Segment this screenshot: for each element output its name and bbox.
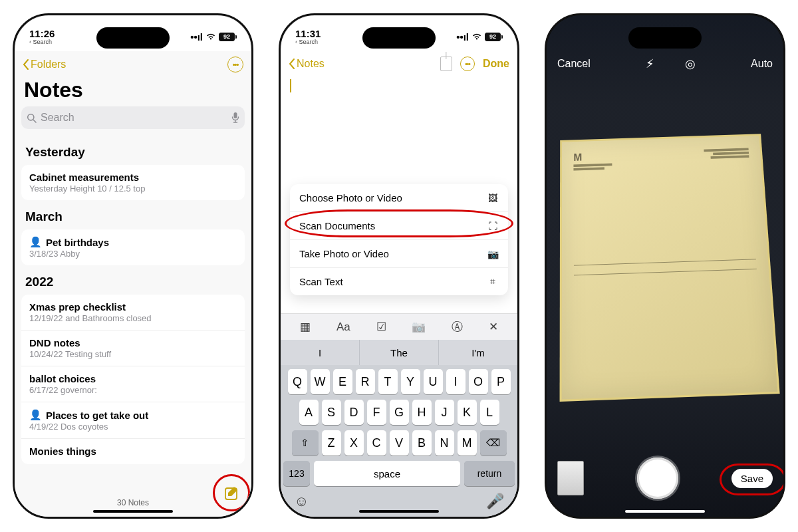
key-n[interactable]: N	[435, 430, 454, 456]
checklist-icon[interactable]: ☑︎	[376, 320, 386, 334]
key-h[interactable]: H	[412, 400, 432, 425]
key-l[interactable]: L	[480, 400, 499, 425]
wifi-icon	[471, 33, 482, 41]
cancel-button[interactable]: Cancel	[557, 58, 591, 70]
filter-icon[interactable]: ◎	[685, 57, 696, 71]
mic-icon[interactable]	[231, 112, 239, 124]
key-i[interactable]: I	[446, 369, 466, 394]
dynamic-island	[96, 27, 170, 49]
suggestion[interactable]: I	[281, 340, 360, 365]
wifi-icon	[205, 33, 216, 41]
key-a[interactable]: A	[299, 400, 319, 425]
note-row[interactable]: ballot choices 6/17/22 governor:	[21, 366, 245, 402]
key-e[interactable]: E	[333, 369, 352, 394]
section-header: Yesterday	[21, 136, 245, 165]
menu-scan-documents[interactable]: Scan Documents ⛶	[290, 212, 508, 240]
key-p[interactable]: P	[491, 369, 511, 394]
notes-count: 30 Notes	[15, 498, 251, 507]
back-label: Folders	[31, 59, 66, 70]
menu-scan-text[interactable]: Scan Text ⌗	[290, 268, 508, 295]
key-u[interactable]: U	[424, 369, 443, 394]
text-scan-icon: ⌗	[487, 277, 499, 287]
key-z[interactable]: Z	[322, 430, 341, 456]
key-b[interactable]: B	[412, 430, 432, 456]
key-d[interactable]: D	[344, 400, 364, 425]
key-⌫[interactable]: ⌫	[480, 430, 507, 456]
home-indicator[interactable]	[93, 510, 173, 513]
note-row[interactable]: DND notes 10/24/22 Testing stuff	[21, 331, 245, 366]
key-c[interactable]: C	[367, 430, 386, 456]
key-m[interactable]: M	[458, 430, 477, 456]
status-time: 11:26	[29, 29, 55, 39]
key-space[interactable]: space	[314, 461, 460, 486]
key-r[interactable]: R	[356, 369, 375, 394]
menu-choose-photo[interactable]: Choose Photo or Video 🖼	[290, 184, 508, 212]
scan-thumbnail[interactable]	[557, 461, 584, 495]
phone-notes-list: 11:26 ‹ Search ••ıl 92 Folders ••• Notes…	[13, 13, 253, 519]
back-button[interactable]: Folders	[23, 59, 66, 70]
keyboard-area: ▦ Aa ☑︎ 📷 Ⓐ ✕ I The I'm QWERTYUIOP ASDFG…	[281, 313, 517, 517]
signal-icon: ••ıl	[190, 31, 203, 43]
battery-icon: 92	[219, 33, 237, 41]
note-row[interactable]: Cabinet measurements Yesterday Height 10…	[21, 165, 245, 200]
table-icon[interactable]: ▦	[300, 320, 311, 334]
detected-document: M	[560, 134, 780, 402]
key-t[interactable]: T	[378, 369, 398, 394]
document-scan-icon: ⛶	[487, 221, 499, 231]
auto-button[interactable]: Auto	[751, 58, 773, 70]
key-⇧[interactable]: ⇧	[292, 430, 319, 456]
key-v[interactable]: V	[390, 430, 409, 456]
home-indicator[interactable]	[625, 510, 705, 513]
document-logo: M	[573, 151, 612, 163]
key-g[interactable]: G	[390, 400, 409, 425]
more-button[interactable]: •••	[227, 57, 243, 72]
note-row[interactable]: 👤Places to get take out 4/19/22 Dos coyo…	[21, 402, 245, 439]
emoji-button[interactable]: ☺	[294, 493, 309, 510]
key-return[interactable]: return	[464, 461, 515, 486]
menu-take-photo[interactable]: Take Photo or Video 📷	[290, 240, 508, 268]
notes-list[interactable]: Yesterday Cabinet measurements Yesterday…	[15, 136, 251, 517]
text-format-button[interactable]: Aa	[336, 321, 350, 334]
key-q[interactable]: Q	[288, 369, 307, 394]
signal-icon: ••ıl	[456, 31, 469, 43]
key-f[interactable]: F	[367, 400, 386, 425]
camera-button[interactable]: 📷	[412, 320, 426, 334]
text-cursor	[290, 79, 291, 92]
share-button[interactable]	[440, 57, 452, 71]
key-123[interactable]: 123	[283, 461, 310, 486]
status-indicators: ••ıl 92	[190, 31, 237, 43]
key-x[interactable]: X	[344, 430, 364, 456]
done-button[interactable]: Done	[483, 58, 509, 70]
close-toolbar-icon[interactable]: ✕	[489, 320, 498, 334]
home-indicator[interactable]	[359, 510, 439, 513]
key-s[interactable]: S	[322, 400, 341, 425]
shutter-button[interactable]	[637, 458, 678, 499]
status-back-hint: ‹ Search	[295, 39, 321, 45]
search-input[interactable]: Search	[21, 106, 245, 129]
note-row[interactable]: Xmas prep checklist 12/19/22 and Bathroo…	[21, 295, 245, 331]
key-k[interactable]: K	[458, 400, 477, 425]
keyboard: QWERTYUIOP ASDFGHJKL ⇧ZXCVBNM⌫ 123 space…	[281, 365, 517, 517]
scanner-nav: Cancel ⚡︎ ◎ Auto	[547, 57, 783, 71]
suggestion[interactable]: I'm	[439, 340, 517, 365]
flash-icon[interactable]: ⚡︎	[646, 57, 654, 71]
key-w[interactable]: W	[311, 369, 330, 394]
dynamic-island	[362, 27, 436, 49]
status-back-hint: ‹ Search	[29, 39, 55, 45]
more-button[interactable]: •••	[460, 57, 475, 71]
save-button[interactable]: Save	[732, 469, 773, 488]
attachment-menu: Choose Photo or Video 🖼 Scan Documents ⛶…	[290, 184, 508, 295]
status-indicators: ••ıl 92	[456, 31, 503, 43]
note-row[interactable]: Monies things	[21, 439, 245, 464]
key-y[interactable]: Y	[401, 369, 420, 394]
back-button[interactable]: Notes	[289, 58, 325, 70]
note-row[interactable]: 👤Pet birthdays 3/18/23 Abby	[21, 229, 245, 265]
key-o[interactable]: O	[469, 369, 488, 394]
key-j[interactable]: J	[435, 400, 454, 425]
compose-button[interactable]	[223, 485, 241, 502]
format-toolbar: ▦ Aa ☑︎ 📷 Ⓐ ✕	[281, 313, 517, 340]
svg-line-1	[33, 120, 36, 122]
suggestion[interactable]: The	[360, 340, 439, 365]
dictation-button[interactable]: 🎤	[486, 493, 504, 510]
markup-icon[interactable]: Ⓐ	[452, 319, 463, 334]
